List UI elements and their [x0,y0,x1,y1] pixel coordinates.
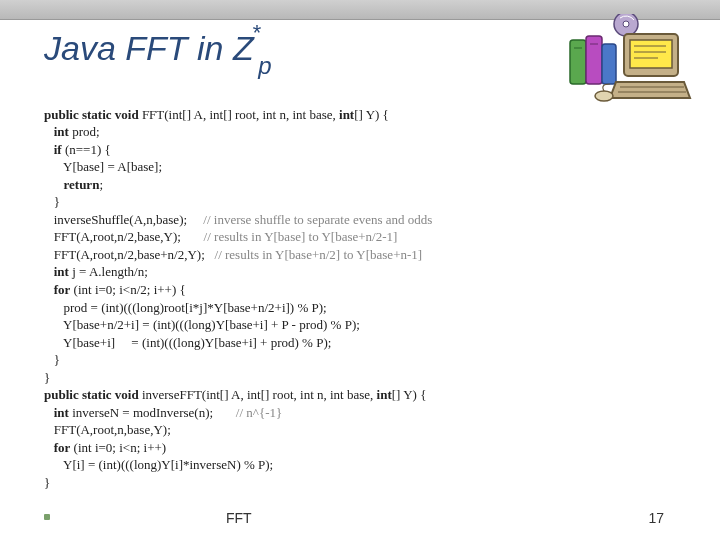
code-line: Y[i] = (int)(((long)Y[i]*inverseN) % P); [44,457,273,472]
svg-rect-8 [630,40,672,68]
code-line: return; [44,177,103,192]
decorative-bullet [44,514,50,520]
code-line: public static void FFT(int[] A, int[] ro… [44,107,389,122]
title-text: Java FFT in Z [44,29,254,67]
slide-title: Java FFT in Z*p [44,28,276,74]
title-subscript: p [258,52,271,79]
code-line: int j = A.length/n; [44,264,148,279]
footer-label: FFT [226,510,252,526]
code-line: } [44,370,50,385]
code-line: for (int i=0; i<n; i++) [44,440,166,455]
code-line: int inverseN = modInverse(n); // n^{-1} [44,405,282,420]
code-block: public static void FFT(int[] A, int[] ro… [44,88,644,492]
code-line: Y[base+n/2+i] = (int)(((long)Y[base+i] +… [44,317,360,332]
svg-rect-3 [586,36,602,84]
svg-rect-4 [602,44,616,84]
code-line: } [44,352,60,367]
code-line: for (int i=0; i<n/2; i++) { [44,282,186,297]
page-number: 17 [648,510,664,526]
code-line: if (n==1) { [44,142,111,157]
svg-rect-2 [570,40,586,84]
svg-point-1 [623,21,629,27]
code-line: FFT(A,root,n,base,Y); [44,422,171,437]
code-line: inverseShuffle(A,n,base); // inverse shu… [44,212,432,227]
code-line: FFT(A,root,n/2,base,Y); // results in Y[… [44,229,397,244]
code-line: Y[base] = A[base]; [44,159,162,174]
code-line: prod = (int)(((long)root[i*j]*Y[base+n/2… [44,300,327,315]
code-line: public static void inverseFFT(int[] A, i… [44,387,426,402]
code-line: } [44,475,50,490]
code-line: } [44,194,60,209]
title-superscript: * [252,20,261,45]
code-line: int prod; [44,124,100,139]
code-line: Y[base+i] = (int)(((long)Y[base+i] + pro… [44,335,331,350]
code-line: FFT(A,root,n/2,base+n/2,Y); // results i… [44,247,422,262]
